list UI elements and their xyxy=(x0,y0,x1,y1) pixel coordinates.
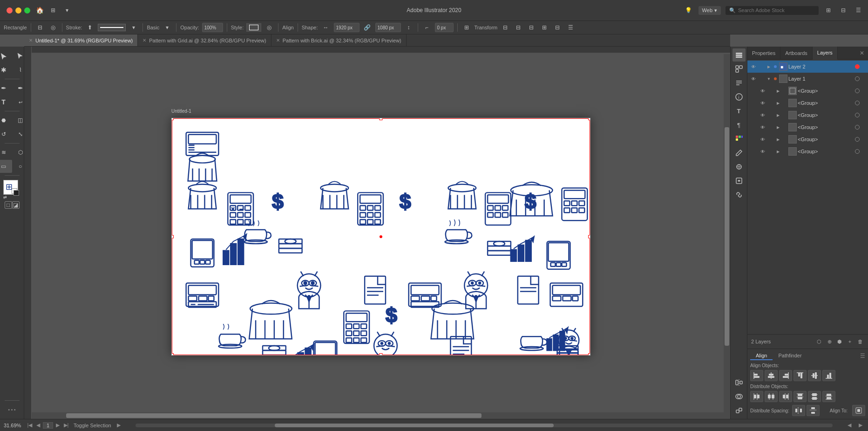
lock-group1[interactable] xyxy=(768,88,774,94)
scroll-horizontal[interactable] xyxy=(32,412,724,419)
tab-pattern-brick[interactable]: ✕ Pattern with Brick.ai @ 32.34% (RGB/GP… xyxy=(271,34,407,47)
layer-target-layer1[interactable] xyxy=(855,76,860,81)
distribute-center-horizontal-btn[interactable] xyxy=(765,391,778,402)
visibility-group6[interactable]: 👁 xyxy=(759,147,767,156)
artboard[interactable]: $ xyxy=(171,118,590,356)
distribute-bottom-edges-btn[interactable] xyxy=(822,391,835,402)
arrange-windows-icon[interactable]: ⊞ xyxy=(823,5,834,15)
distribute-center-vertical-btn[interactable] xyxy=(808,391,821,402)
overflow-icon[interactable]: ☰ xyxy=(565,22,576,33)
tool-options-icon[interactable]: ⊟ xyxy=(35,22,45,33)
visibility-group5[interactable]: 👁 xyxy=(759,135,767,144)
expand-group3[interactable]: ▶ xyxy=(775,112,781,118)
tab-artboards[interactable]: Artboards xyxy=(780,47,813,60)
info-icon[interactable]: i xyxy=(732,90,746,103)
layout-toggle-button[interactable]: ⊞ xyxy=(48,5,58,15)
pathfinder-tab[interactable]: Pathfinder xyxy=(773,352,807,360)
lock-group3[interactable] xyxy=(768,112,774,118)
layer-target-group4[interactable] xyxy=(855,125,860,130)
width-input[interactable] xyxy=(334,23,359,32)
transform-options2-icon[interactable]: ⊟ xyxy=(513,22,523,33)
more-options-icon[interactable]: ☰ xyxy=(853,5,863,15)
layer-item-group6[interactable]: 👁 ▶ <Group> xyxy=(747,145,868,157)
lock-layer2[interactable] xyxy=(759,63,765,70)
minimize-button[interactable] xyxy=(15,7,21,14)
toggle-play-btn[interactable]: ▶ xyxy=(115,422,122,429)
handle-bl[interactable] xyxy=(171,353,174,356)
handle-tm[interactable] xyxy=(380,118,383,120)
expand-layer2[interactable]: ▶ xyxy=(766,64,772,69)
align-left-edges-btn[interactable] xyxy=(750,370,763,381)
rotate-tool[interactable]: ↺ xyxy=(0,128,12,141)
lock-group4[interactable] xyxy=(768,124,774,130)
scroll-thumb-horizontal[interactable] xyxy=(66,413,481,418)
delete-layer-icon[interactable]: 🗑 xyxy=(856,337,864,346)
basic-down-icon[interactable]: ▾ xyxy=(162,22,172,33)
close-button[interactable] xyxy=(7,7,13,14)
align-panel-menu-icon[interactable]: ☰ xyxy=(860,353,865,359)
color-mode-icon[interactable] xyxy=(12,188,19,196)
layer-target-group6[interactable] xyxy=(855,149,860,154)
layer-target-group1[interactable] xyxy=(855,89,860,93)
type-icon[interactable]: T xyxy=(732,104,746,117)
tab-close-untitled[interactable]: ✕ xyxy=(29,38,33,43)
last-artboard-btn[interactable]: ▶| xyxy=(62,422,70,429)
search-adobe-stock[interactable]: 🔍 xyxy=(726,6,819,15)
lock-group2[interactable] xyxy=(768,100,774,106)
align-tab[interactable]: Align xyxy=(750,352,773,360)
pen-tool[interactable]: ✒ xyxy=(0,82,12,95)
stroke-up-icon[interactable]: ⬆ xyxy=(85,22,95,33)
graphic-styles-icon[interactable] xyxy=(732,174,746,187)
layer-item-group1[interactable]: 👁 ▶ <Group> xyxy=(747,85,868,97)
lock-group5[interactable] xyxy=(768,136,774,143)
pathfinder-icon[interactable] xyxy=(732,390,746,403)
opacity-input[interactable] xyxy=(202,23,223,32)
layer-target-group5[interactable] xyxy=(855,137,860,142)
rectangle-tool[interactable]: ▭ xyxy=(0,160,12,173)
make-clipping-mask-icon[interactable]: ⬡ xyxy=(815,337,823,346)
visibility-group3[interactable]: 👁 xyxy=(759,111,767,119)
toggle-selection-btn[interactable]: Toggle Selection xyxy=(74,423,111,428)
align-to-selection-btn[interactable] xyxy=(852,405,865,416)
paragraph-icon[interactable]: ¶ xyxy=(732,118,746,131)
lock-group6[interactable] xyxy=(768,148,774,155)
layer-item-layer1[interactable]: 👁 ▼ Layer 1 xyxy=(747,73,868,85)
visibility-layer2[interactable]: 👁 xyxy=(749,62,758,71)
align-center-horizontal-btn[interactable] xyxy=(765,370,778,381)
first-artboard-btn[interactable]: |◀ xyxy=(26,422,34,429)
home-button[interactable]: 🏠 xyxy=(35,6,44,15)
shape-builder-tool[interactable]: ⬣ xyxy=(0,114,12,127)
layer-item-group4[interactable]: 👁 ▶ <Group> xyxy=(747,121,868,133)
handle-mr[interactable] xyxy=(588,235,590,238)
type-tool[interactable]: T xyxy=(0,96,12,109)
stroke-down-icon[interactable]: ▾ xyxy=(129,22,139,33)
width-link-icon[interactable]: ↔ xyxy=(321,22,331,33)
handle-bm[interactable] xyxy=(380,353,383,356)
scroll-thumb-vertical[interactable] xyxy=(725,127,729,346)
distribute-right-edges-btn[interactable] xyxy=(779,391,792,402)
arrow-down-icon[interactable]: ▾ xyxy=(62,5,72,15)
panel-close-button[interactable]: ✕ xyxy=(860,50,868,56)
light-bulb-icon[interactable]: 💡 xyxy=(684,5,694,15)
more-btn[interactable]: ⊟ xyxy=(552,22,563,33)
layer-item-group3[interactable]: 👁 ▶ <Group> xyxy=(747,109,868,121)
height-input[interactable] xyxy=(375,23,401,32)
quick-mask-btn[interactable]: ◪ xyxy=(12,201,20,209)
style-circle-icon[interactable]: ◎ xyxy=(264,22,274,33)
status-scroll-thumb[interactable] xyxy=(275,424,554,427)
handle-tl[interactable] xyxy=(171,118,174,120)
reset-colors-icon[interactable]: ⇄ xyxy=(3,195,7,199)
expand-group2[interactable]: ▶ xyxy=(775,100,781,106)
transform-options1-icon[interactable]: ⊟ xyxy=(500,22,510,33)
collect-icon[interactable]: ⬢ xyxy=(835,337,844,346)
layer-item-layer2[interactable]: 👁 ▶ ■ Layer 2 xyxy=(747,61,868,73)
layer-item-group2[interactable]: 👁 ▶ <Group> xyxy=(747,97,868,109)
scroll-right-btn[interactable]: ▶ xyxy=(857,422,864,429)
visibility-group2[interactable]: 👁 xyxy=(759,99,767,107)
tab-layers[interactable]: Layers xyxy=(813,47,838,60)
align-center-vertical-btn[interactable] xyxy=(808,370,821,381)
transform-panel-icon[interactable] xyxy=(732,404,746,417)
tab-properties[interactable]: Properties xyxy=(747,47,780,60)
expand-group5[interactable]: ▶ xyxy=(775,137,781,142)
link-icon[interactable]: 🔗 xyxy=(362,22,373,33)
